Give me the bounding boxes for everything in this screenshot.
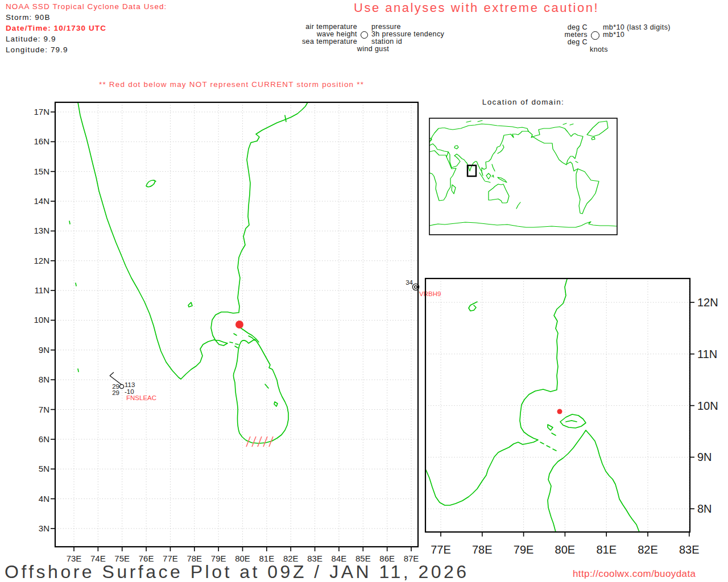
main-map-y-tick-label: 7N xyxy=(39,405,49,414)
plot-canvas: 29 113 29 -10 FNSLEAC 34 VRBH9 xyxy=(0,0,728,582)
inset-map-y-tick-label: 11N xyxy=(697,348,717,360)
india-coastline xyxy=(78,102,308,379)
world-africa xyxy=(429,151,456,201)
main-map-axes: 73E74E75E76E77E78E79E80E81E82E83E84E85E8… xyxy=(34,107,419,563)
sri-lanka-coastline xyxy=(233,339,288,443)
world-arctic-coast xyxy=(429,124,528,143)
station-fnsleac: 29 113 29 -10 FNSLEAC xyxy=(110,372,156,401)
inset-map-y-tick-label: 9N xyxy=(697,451,712,463)
world-madagascar xyxy=(452,185,456,194)
world-map-frame xyxy=(429,118,617,235)
main-map-y-tick-label: 10N xyxy=(34,315,49,325)
main-map-y-tick-label: 16N xyxy=(34,136,49,146)
domain-location-box xyxy=(468,165,476,176)
inset-map-frame xyxy=(425,278,690,532)
inset-map-y-tick-label: 12N xyxy=(697,296,718,309)
main-map-coastlines xyxy=(69,102,308,443)
vrbh9-air-temp: 34 xyxy=(406,279,413,286)
world-greenland-arctic-islands xyxy=(466,120,608,136)
world-islands-misc xyxy=(429,137,595,171)
inset-map-x-tick-label: 79E xyxy=(514,543,534,556)
storm-position-dot xyxy=(235,321,243,329)
main-map-y-tick-label: 17N xyxy=(34,107,49,117)
main-map-y-tick-label: 4N xyxy=(39,494,49,504)
main-map-y-tick-label: 9N xyxy=(39,345,49,355)
main-map-y-tick-label: 15N xyxy=(34,167,49,176)
inland-lake xyxy=(146,180,156,187)
fnsleac-pressure: 113 xyxy=(125,381,135,388)
inset-small-island xyxy=(469,302,477,311)
main-map-y-tick-label: 11N xyxy=(35,285,49,295)
buoy-plot-page: NOAA SSD Tropical Cyclone Data Used: Sto… xyxy=(0,0,728,582)
world-asia-south-coast xyxy=(429,131,528,176)
storm-position-dot-inset xyxy=(557,409,562,414)
inset-sri-lanka-coastline xyxy=(548,430,639,532)
world-north-america xyxy=(528,127,583,171)
inset-map-x-tick-label: 83E xyxy=(679,543,700,556)
inset-map-x-tick-label: 77E xyxy=(431,543,451,556)
main-map-y-tick-label: 12N xyxy=(34,256,49,265)
world-antarctica xyxy=(429,222,617,227)
inset-map-x-tick-label: 78E xyxy=(472,543,493,556)
small-lake xyxy=(188,302,192,307)
inset-map-y-tick-label: 10N xyxy=(697,400,718,412)
delta-channel xyxy=(285,115,286,122)
inset-map-axes: 77E78E79E80E81E82E83E12N11N10N9N8N xyxy=(431,296,718,556)
inset-map-y-tick-label: 8N xyxy=(697,502,712,515)
main-map-y-tick-label: 14N xyxy=(34,196,49,206)
jaffna-islands xyxy=(230,328,259,348)
main-map-y-tick-label: 5N xyxy=(39,464,49,473)
inset-india-coastline xyxy=(426,279,567,505)
main-map-y-tick-label: 3N xyxy=(39,523,49,533)
world-south-america xyxy=(576,169,599,214)
fnsleac-sea-temp: 29 xyxy=(112,389,119,396)
inset-jaffna-islands xyxy=(540,414,586,451)
inset-map-x-tick-label: 82E xyxy=(638,543,658,556)
vrbh9-station-id: VRBH9 xyxy=(419,290,441,297)
inset-map-coastlines xyxy=(426,279,639,532)
inset-map-x-tick-label: 80E xyxy=(555,543,576,556)
inset-map-x-tick-label: 81E xyxy=(596,543,617,556)
station-circle-icon xyxy=(119,384,123,388)
station-vrbh9: 34 VRBH9 xyxy=(406,279,441,297)
inset-map-gridlines xyxy=(425,278,690,532)
world-australia-nz xyxy=(489,184,520,209)
fnsleac-station-id: FNSLEAC xyxy=(126,394,156,401)
world-map-coastlines xyxy=(429,120,617,227)
main-map-y-tick-label: 13N xyxy=(34,226,49,235)
plot-title: Offshore Surface Plot at 09Z / JAN 11, 2… xyxy=(5,563,469,582)
main-map-y-tick-label: 6N xyxy=(39,434,49,444)
station-double-circle-inner-icon xyxy=(415,286,417,289)
main-map-y-tick-label: 8N xyxy=(39,375,49,384)
source-url: http://coolwx.com/buoydata xyxy=(573,569,696,579)
world-indonesia xyxy=(479,173,507,182)
